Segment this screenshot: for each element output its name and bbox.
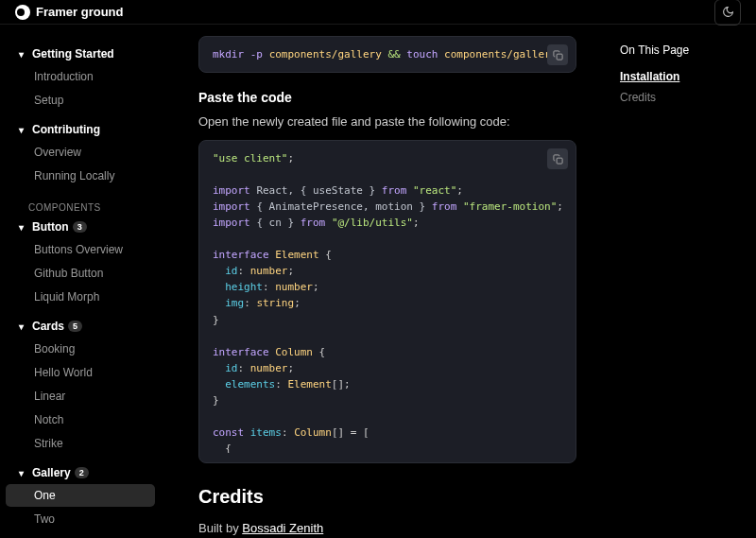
built-by-line: Built by Bossadi Zenith — [198, 521, 576, 535]
sidebar-section-button[interactable]: ▾ Button 3 — [0, 217, 161, 237]
credits-heading: Credits — [198, 486, 576, 508]
sidebar-item-gallery-two[interactable]: Two — [6, 508, 155, 530]
count-badge: 2 — [75, 467, 89, 478]
shell-command-block: mkdir -p components/gallery && touch com… — [198, 36, 576, 73]
toc-title: On This Page — [620, 43, 741, 57]
author-link[interactable]: Bossadi Zenith — [242, 521, 323, 535]
chevron-down-icon: ▾ — [19, 222, 28, 233]
svg-rect-0 — [557, 54, 562, 60]
sidebar-item-strike[interactable]: Strike — [6, 432, 155, 455]
sidebar-item-setup[interactable]: Setup — [6, 89, 155, 112]
brand-name: Framer ground — [36, 5, 123, 19]
sidebar-section-contributing[interactable]: ▾ Contributing — [0, 119, 161, 140]
sidebar-section-cards[interactable]: ▾ Cards 5 — [0, 316, 161, 337]
source-code-block: "use client"; import React, { useState }… — [198, 140, 576, 463]
sidebar-components-label: COMPONENTS — [0, 195, 161, 217]
main-content: mkdir -p components/gallery && touch com… — [170, 25, 605, 538]
sidebar-item-hello-world[interactable]: Hello World — [6, 361, 155, 384]
brand-logo[interactable]: Framer ground — [15, 5, 123, 20]
sidebar-item-overview[interactable]: Overview — [6, 141, 155, 164]
sidebar-section-getting-started[interactable]: ▾ Getting Started — [0, 43, 161, 64]
copy-icon — [553, 50, 563, 61]
paste-code-description: Open the newly created file and paste th… — [198, 114, 576, 129]
source-code[interactable]: "use client"; import React, { useState }… — [213, 150, 562, 453]
chevron-down-icon: ▾ — [19, 125, 28, 135]
sidebar: ▾ Getting Started Introduction Setup ▾ C… — [0, 25, 170, 538]
moon-icon — [722, 6, 734, 18]
count-badge: 5 — [68, 321, 82, 332]
logo-icon — [15, 5, 30, 20]
svg-rect-1 — [557, 158, 562, 164]
copy-button[interactable] — [547, 148, 568, 169]
sidebar-item-linear[interactable]: Linear — [6, 385, 155, 408]
sidebar-item-running-locally[interactable]: Running Locally — [6, 165, 155, 187]
sidebar-item-gallery-one[interactable]: One — [6, 484, 155, 507]
toc-item-credits[interactable]: Credits — [620, 87, 741, 108]
chevron-down-icon: ▾ — [19, 49, 28, 60]
sidebar-item-github-button[interactable]: Github Button — [6, 262, 155, 285]
sidebar-item-liquid-morph[interactable]: Liquid Morph — [6, 286, 155, 308]
top-bar: Framer ground — [0, 0, 756, 25]
sidebar-item-buttons-overview[interactable]: Buttons Overview — [6, 238, 155, 261]
paste-code-heading: Paste the code — [198, 90, 576, 105]
copy-button[interactable] — [547, 44, 568, 65]
chevron-down-icon: ▾ — [19, 468, 28, 478]
sidebar-item-notch[interactable]: Notch — [6, 408, 155, 431]
table-of-contents: On This Page Installation Credits — [605, 25, 756, 538]
sidebar-item-introduction[interactable]: Introduction — [6, 65, 155, 88]
sidebar-item-booking[interactable]: Booking — [6, 338, 155, 360]
toc-item-installation[interactable]: Installation — [620, 66, 741, 87]
count-badge: 3 — [73, 221, 87, 233]
sidebar-section-gallery[interactable]: ▾ Gallery 2 — [0, 462, 161, 483]
theme-toggle-button[interactable] — [714, 0, 741, 26]
chevron-down-icon: ▾ — [19, 321, 28, 332]
copy-icon — [553, 154, 563, 165]
shell-command-code: mkdir -p components/gallery && touch com… — [213, 46, 562, 62]
